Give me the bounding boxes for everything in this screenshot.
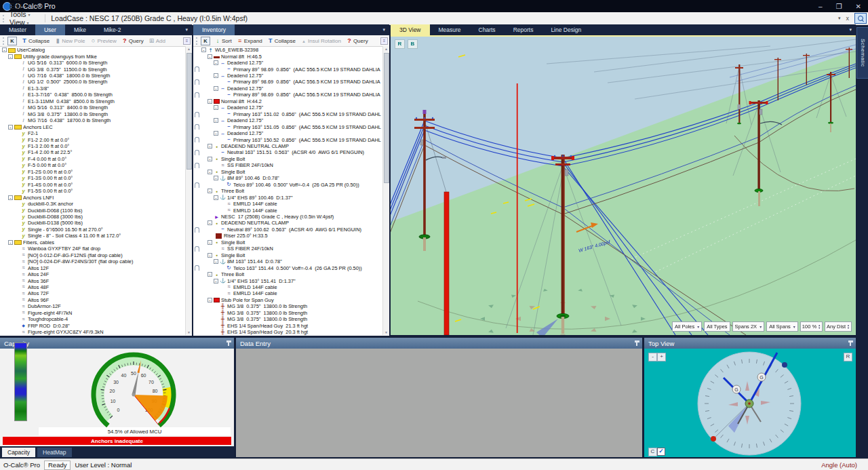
tab-reports[interactable]: Reports bbox=[505, 24, 542, 35]
filter-any-dist[interactable]: Any Dist▲▼ bbox=[825, 321, 852, 332]
tree-item[interactable]: MG 3/8 0.375" 13800.0 lb Strength bbox=[193, 303, 389, 309]
scroll-thumb[interactable] bbox=[384, 53, 389, 183]
render-b-button[interactable]: B bbox=[408, 39, 418, 49]
tree-item[interactable]: -Stub Pole for Span Guy bbox=[193, 297, 389, 303]
expander-icon[interactable]: - bbox=[208, 272, 212, 277]
menu-edit[interactable]: Edit▾ bbox=[7, 2, 41, 10]
tree-item[interactable]: SS FIBER 24F/10kN bbox=[193, 246, 389, 252]
expander-icon[interactable]: - bbox=[214, 176, 218, 180]
tree-item[interactable]: Figure-eight 4F/7kN bbox=[0, 310, 192, 316]
tree-item[interactable]: Figure-eight GYXJC8ZY 4F/9.3kN bbox=[0, 329, 192, 335]
tab-schematic[interactable]: Schematic bbox=[856, 27, 868, 79]
guy-end-marker[interactable] bbox=[782, 362, 787, 368]
menu-tools[interactable]: Tools▾ bbox=[7, 10, 41, 18]
tree-item[interactable]: -Fibers, cables bbox=[0, 239, 192, 246]
filter-all-spans[interactable]: All Spans▾ bbox=[766, 321, 798, 332]
query-button[interactable]: Query bbox=[344, 36, 371, 45]
k-filter-button[interactable]: K bbox=[7, 37, 17, 45]
tree-item[interactable]: -Anchors LEC bbox=[0, 123, 192, 130]
tree-item[interactable]: Single - 6"/6500 16.50 ft at 270.0° bbox=[0, 227, 192, 233]
pin-icon[interactable] bbox=[636, 340, 637, 346]
expander-icon[interactable]: - bbox=[8, 240, 13, 245]
tree-item[interactable]: -Normal 8ft H:46.5 bbox=[193, 53, 389, 59]
tree-item[interactable]: F1-2 2.00 ft at 0.0° bbox=[0, 136, 192, 142]
tree-item[interactable]: FRP ROD D:0.28" bbox=[0, 322, 192, 328]
scroll-thumb[interactable] bbox=[186, 53, 192, 170]
tab-user[interactable]: User bbox=[35, 24, 65, 35]
filter-spans-2x[interactable]: Spans 2X▾ bbox=[732, 321, 765, 332]
tree-item[interactable]: Riser 225.0° H:33.5 bbox=[193, 233, 389, 239]
pin-icon[interactable] bbox=[228, 340, 229, 346]
expander-icon[interactable]: - bbox=[208, 253, 212, 258]
tree-item[interactable]: -Deadend 12.75" bbox=[193, 117, 389, 123]
capacity-tab-heatmap[interactable]: HeatMap bbox=[37, 448, 72, 457]
tree-item[interactable]: -Deadend 12.75" bbox=[193, 130, 389, 136]
tree-item[interactable]: duckbill-0.3K anchor bbox=[0, 201, 192, 207]
tree-item[interactable]: DubArmor-12F bbox=[0, 303, 192, 309]
reset-view-button[interactable]: R bbox=[844, 353, 852, 361]
tree-item[interactable]: -WL6_EWEB-32398 bbox=[193, 47, 389, 53]
tree-item[interactable]: -1/4" EHS 163° 151.41 D:1.37" bbox=[193, 277, 389, 283]
tree-item[interactable]: -Normal 8ft H:44.2 bbox=[193, 98, 389, 104]
tree-item[interactable]: -8M 89° 100.46 D:0.78" bbox=[193, 175, 389, 181]
tree-item[interactable]: Neutral 89° 100.62 0.563" (ACSR 4/0 AWG … bbox=[193, 227, 389, 233]
filter-all-poles[interactable]: All Poles▾ bbox=[672, 321, 702, 332]
tree-item[interactable]: F-5 0.00 ft at 0.0° bbox=[0, 162, 192, 168]
pin-icon[interactable] bbox=[850, 340, 851, 346]
tree-item[interactable]: E1-3-11MM 0.438" 8500.0 lb Strength bbox=[0, 98, 192, 104]
tree-item[interactable]: Altos 72F bbox=[0, 290, 192, 296]
scroll-down-icon[interactable]: ▼ bbox=[186, 330, 192, 334]
tab-measure[interactable]: Measure bbox=[430, 24, 470, 35]
expander-icon[interactable]: - bbox=[214, 60, 218, 65]
tree-item[interactable]: F1-4S 0.00 ft at 0.0° bbox=[0, 182, 192, 188]
toolbar-overflow-button[interactable]: ≡ bbox=[183, 37, 191, 45]
tree-item[interactable]: EMRLD 144F cable bbox=[193, 207, 389, 213]
tree-item[interactable]: -UserCatalog bbox=[0, 47, 192, 53]
tree-item[interactable]: MG 3/8 0.375" 13800.0 lb Strength bbox=[193, 310, 389, 316]
scroll-up-icon[interactable]: ▲ bbox=[383, 47, 389, 51]
tree-item[interactable]: -Deadend 12.75" bbox=[193, 73, 389, 79]
expand-button[interactable]: Expand bbox=[235, 36, 265, 45]
tree-item[interactable]: EMRLD 144F cable bbox=[193, 201, 389, 207]
tab-overflow-icon[interactable]: ▾ bbox=[185, 27, 188, 33]
clear-search-button[interactable]: x bbox=[846, 15, 850, 22]
tree-item[interactable]: Single - 8" - Soil Class 4 11.00 ft at 1… bbox=[0, 233, 192, 239]
tree-item[interactable]: F1-4 2.00 ft at 22.5° bbox=[0, 149, 192, 155]
tree-item[interactable]: -Utility grade downguys from Mike bbox=[0, 53, 192, 59]
tree-item[interactable]: EHS 1/4 Span/Head Guy 20.3 ft hgt bbox=[193, 329, 389, 335]
expander-icon[interactable]: - bbox=[8, 195, 13, 200]
tab-mike-2[interactable]: Mike-2 bbox=[95, 24, 130, 35]
tree-item[interactable]: Primary 89° 98.69 0.856" (AAC 556.5 KCM … bbox=[193, 66, 389, 72]
search-button[interactable] bbox=[854, 13, 867, 24]
expander-icon[interactable]: - bbox=[208, 240, 212, 245]
tree-item[interactable]: Primary 163° 151.05 0.856" (AAC 556.5 KC… bbox=[193, 123, 389, 130]
maximize-button[interactable]: ❐ bbox=[836, 3, 842, 10]
tree-item[interactable]: [NO] 0-024-DF-8W-F24NS/30T (flat drop ca… bbox=[0, 258, 192, 265]
tree-item[interactable]: Primary 89° 98.69 0.856" (AAC 556.5 KCM … bbox=[193, 79, 389, 85]
tree-item[interactable]: UG 3/8 0.375" 11500.0 lb Strength bbox=[0, 66, 192, 72]
expander-icon[interactable]: - bbox=[208, 189, 212, 193]
tree-item[interactable]: SS FIBER 24F/10kN bbox=[193, 162, 389, 168]
tab-overflow-icon[interactable]: ▾ bbox=[849, 27, 852, 33]
tree-item[interactable]: EMRLD 144F cable bbox=[193, 284, 389, 290]
anchor-marker[interactable] bbox=[711, 436, 716, 442]
tree-item[interactable]: Duckbill-D088 (3000 lbs) bbox=[0, 214, 192, 220]
expander-icon[interactable]: - bbox=[201, 47, 206, 52]
expander-icon[interactable]: - bbox=[2, 47, 7, 52]
catalog-scrollbar[interactable]: ▲ ▼ bbox=[185, 46, 192, 335]
tree-item[interactable]: -Single Bolt bbox=[193, 169, 389, 175]
expander-icon[interactable]: - bbox=[214, 86, 218, 91]
expander-icon[interactable]: - bbox=[214, 118, 218, 123]
tree-item[interactable]: E1-3-7/16" 0.438" 8500.0 lb Strength bbox=[0, 92, 192, 98]
tab-3d-view[interactable]: 3D View bbox=[391, 24, 430, 35]
tab-charts[interactable]: Charts bbox=[470, 24, 505, 35]
tree-item[interactable]: Duckbill-D138 (5000 lbs) bbox=[0, 220, 192, 226]
view3d-viewport[interactable]: W 163° 4.00psf bbox=[391, 37, 856, 335]
tree-item[interactable]: -Three Bolt bbox=[193, 271, 389, 277]
expander-icon[interactable]: - bbox=[214, 279, 218, 283]
tree-item[interactable]: Primary 89° 98.69 0.856" (AAC 556.5 KCM … bbox=[193, 92, 389, 98]
expander-icon[interactable]: - bbox=[208, 157, 212, 161]
sort-button[interactable]: Sort bbox=[212, 36, 235, 45]
close-button[interactable]: ✕ bbox=[856, 3, 861, 10]
tree-item[interactable]: Primary 163° 151.02 0.856" (AAC 556.5 KC… bbox=[193, 111, 389, 117]
